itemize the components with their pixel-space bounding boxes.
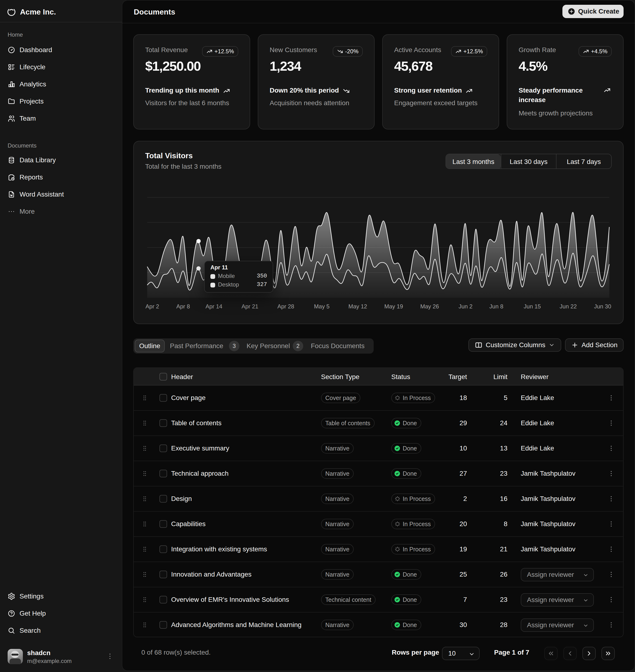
svg-text:May 26: May 26 xyxy=(420,303,439,310)
svg-text:Apr 28: Apr 28 xyxy=(277,303,294,310)
svg-text:May 19: May 19 xyxy=(385,303,403,310)
svg-text:Jun 30: Jun 30 xyxy=(594,303,611,310)
svg-text:May 12: May 12 xyxy=(348,303,367,310)
svg-text:May 5: May 5 xyxy=(314,303,329,310)
svg-text:Apr 2: Apr 2 xyxy=(146,303,159,310)
svg-text:Jun 15: Jun 15 xyxy=(524,303,541,310)
svg-text:Apr 14: Apr 14 xyxy=(205,303,222,310)
svg-text:Jun 22: Jun 22 xyxy=(560,303,577,310)
svg-text:Apr 8: Apr 8 xyxy=(176,303,190,310)
svg-text:Jun 2: Jun 2 xyxy=(459,303,473,310)
svg-text:Apr 21: Apr 21 xyxy=(242,303,259,310)
svg-text:Jun 8: Jun 8 xyxy=(489,303,503,310)
